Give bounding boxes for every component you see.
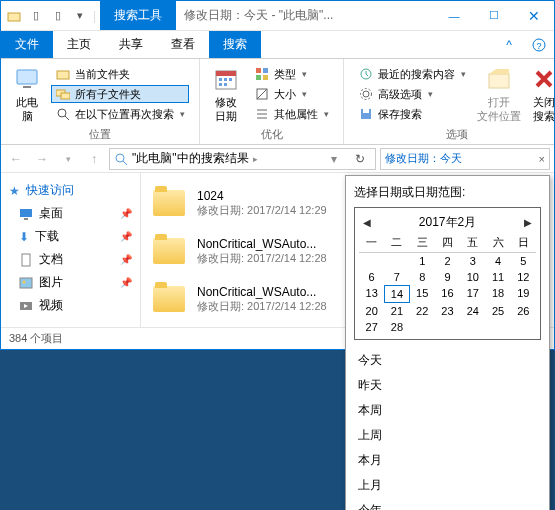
refresh-button[interactable]: ↻ xyxy=(349,148,371,170)
help-button[interactable]: ? xyxy=(524,31,554,58)
calendar-day-today[interactable]: 14 xyxy=(384,285,409,303)
tab-file[interactable]: 文件 xyxy=(1,31,53,58)
address-dropdown[interactable]: ▾ xyxy=(323,148,345,170)
close-search-button[interactable]: 关闭 搜索 xyxy=(524,63,555,125)
chevron-right-icon[interactable]: ▸ xyxy=(253,154,258,164)
calendar-day[interactable]: 10 xyxy=(460,269,485,285)
svg-rect-5 xyxy=(57,71,69,79)
quick-access-toolbar: ▯ ▯ ▾ | xyxy=(1,1,100,30)
calendar-day[interactable]: 16 xyxy=(435,285,460,303)
svg-rect-36 xyxy=(24,218,28,220)
sidebar-item-videos[interactable]: 视频 xyxy=(5,294,136,317)
calendar-month-label[interactable]: 2017年2月 xyxy=(419,214,476,231)
kind-button[interactable]: 类型▾ xyxy=(250,65,333,83)
calendar-day[interactable]: 4 xyxy=(485,253,510,269)
back-button[interactable]: ← xyxy=(5,148,27,170)
svg-point-28 xyxy=(363,91,369,97)
svg-rect-38 xyxy=(20,278,32,288)
quick-yesterday[interactable]: 昨天 xyxy=(354,373,541,398)
tab-view[interactable]: 查看 xyxy=(157,31,209,58)
calendar-day[interactable]: 20 xyxy=(359,303,384,319)
svg-point-39 xyxy=(23,280,26,283)
gear-icon xyxy=(358,86,374,102)
next-month-button[interactable]: ▶ xyxy=(524,217,532,228)
quick-this-year[interactable]: 今年 xyxy=(354,498,541,510)
sidebar-item-downloads[interactable]: ⬇下载📌 xyxy=(5,225,136,248)
history-dropdown[interactable]: ▾ xyxy=(57,148,79,170)
calendar-day[interactable]: 18 xyxy=(485,285,510,303)
tab-search[interactable]: 搜索 xyxy=(209,31,261,58)
current-folder-button[interactable]: 当前文件夹 xyxy=(51,65,189,83)
chevron-down-icon: ▾ xyxy=(461,69,466,79)
calendar-day[interactable]: 17 xyxy=(460,285,485,303)
chevron-down-icon: ▾ xyxy=(302,69,307,79)
svg-rect-37 xyxy=(22,254,30,266)
quick-last-month[interactable]: 上月 xyxy=(354,473,541,498)
sidebar-item-desktop[interactable]: 桌面📌 xyxy=(5,202,136,225)
calendar-day[interactable]: 6 xyxy=(359,269,384,285)
calendar-day[interactable]: 21 xyxy=(384,303,409,319)
calendar-day[interactable]: 2 xyxy=(435,253,460,269)
calendar-day[interactable]: 23 xyxy=(435,303,460,319)
calendar-day[interactable]: 9 xyxy=(435,269,460,285)
chevron-down-icon: ▾ xyxy=(302,89,307,99)
quick-this-month[interactable]: 本月 xyxy=(354,448,541,473)
tab-home[interactable]: 主页 xyxy=(53,31,105,58)
calendar-day[interactable]: 19 xyxy=(511,285,536,303)
address-box[interactable]: "此电脑"中的搜索结果 ▸ ▾ ↻ xyxy=(109,148,376,170)
calendar-day[interactable]: 22 xyxy=(410,303,435,319)
ribbon-group-location: 此电 脑 当前文件夹 所有子文件夹 在以下位置再次搜索▾ 位置 xyxy=(1,59,200,144)
tab-share[interactable]: 共享 xyxy=(105,31,157,58)
quick-today[interactable]: 今天 xyxy=(354,348,541,373)
calendar-day[interactable]: 11 xyxy=(485,269,510,285)
close-button[interactable]: ✕ xyxy=(514,1,554,30)
search-box[interactable]: 修改日期：今天 × xyxy=(380,148,550,170)
calendar-day[interactable]: 1 xyxy=(410,253,435,269)
qat-item[interactable]: ▯ xyxy=(27,7,45,25)
quick-last-week[interactable]: 上周 xyxy=(354,423,541,448)
all-subfolders-button[interactable]: 所有子文件夹 xyxy=(51,85,189,103)
calendar-day[interactable]: 24 xyxy=(460,303,485,319)
calendar-day[interactable]: 7 xyxy=(384,269,409,285)
calendar-day[interactable]: 27 xyxy=(359,319,384,335)
prev-month-button[interactable]: ◀ xyxy=(363,217,371,228)
maximize-button[interactable]: ☐ xyxy=(474,1,514,30)
svg-rect-14 xyxy=(224,78,227,81)
size-button[interactable]: 大小▾ xyxy=(250,85,333,103)
qat-item[interactable]: ▯ xyxy=(49,7,67,25)
search-icon xyxy=(114,152,128,166)
quick-this-week[interactable]: 本周 xyxy=(354,398,541,423)
recent-searches-button[interactable]: 最近的搜索内容▾ xyxy=(354,65,470,83)
calendar-day[interactable]: 8 xyxy=(410,269,435,285)
calendar-day[interactable]: 3 xyxy=(460,253,485,269)
calendar-day[interactable]: 25 xyxy=(485,303,510,319)
forward-button[interactable]: → xyxy=(31,148,53,170)
up-button[interactable]: ↑ xyxy=(83,148,105,170)
calendar-day[interactable]: 12 xyxy=(511,269,536,285)
this-pc-button[interactable]: 此电 脑 xyxy=(7,63,47,125)
calendar-day[interactable]: 5 xyxy=(511,253,536,269)
qat-dropdown[interactable]: ▾ xyxy=(71,7,89,25)
ribbon-collapse-button[interactable]: ^ xyxy=(494,31,524,58)
svg-rect-32 xyxy=(489,74,509,88)
calendar-day[interactable]: 15 xyxy=(410,285,435,303)
clear-search-button[interactable]: × xyxy=(539,153,545,165)
calendar-day[interactable]: 26 xyxy=(511,303,536,319)
calendar-day[interactable]: 13 xyxy=(359,285,384,303)
search-icon xyxy=(55,106,71,122)
sidebar-quick-access[interactable]: ★ 快速访问 xyxy=(5,179,136,202)
other-props-button[interactable]: 其他属性▾ xyxy=(250,105,333,123)
search-again-button[interactable]: 在以下位置再次搜索▾ xyxy=(51,105,189,123)
folder-icon[interactable] xyxy=(5,7,23,25)
date-modified-button[interactable]: 修改 日期 xyxy=(206,63,246,125)
svg-rect-19 xyxy=(263,68,268,73)
breadcrumb[interactable]: "此电脑"中的搜索结果 xyxy=(132,150,249,167)
address-bar: ← → ▾ ↑ "此电脑"中的搜索结果 ▸ ▾ ↻ 修改日期：今天 × xyxy=(1,145,554,173)
sidebar-item-pictures[interactable]: 图片📌 xyxy=(5,271,136,294)
save-search-button[interactable]: 保存搜索 xyxy=(354,105,470,123)
calendar-day[interactable]: 28 xyxy=(384,319,409,335)
sidebar-item-documents[interactable]: 文档📌 xyxy=(5,248,136,271)
advanced-options-button[interactable]: 高级选项▾ xyxy=(354,85,470,103)
pin-icon: 📌 xyxy=(120,231,132,242)
minimize-button[interactable]: — xyxy=(434,1,474,30)
